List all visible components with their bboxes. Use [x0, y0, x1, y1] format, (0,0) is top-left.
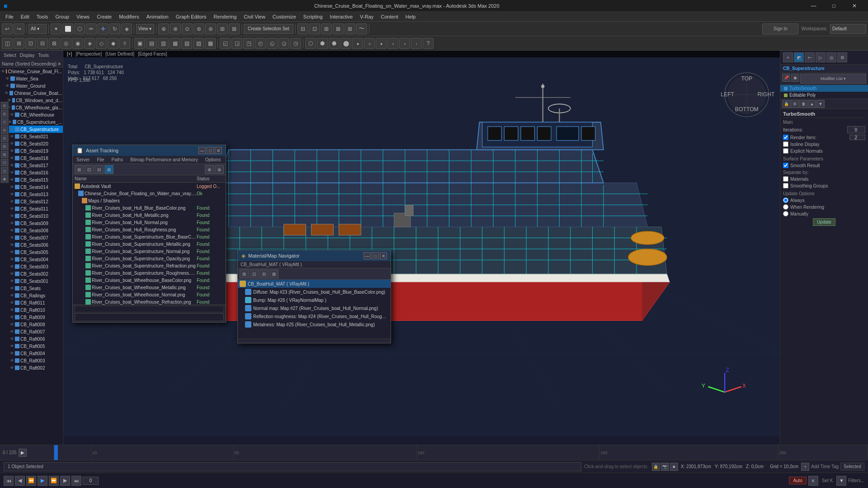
- visibility-icon[interactable]: 👁: [10, 156, 14, 160]
- close-button[interactable]: ✕: [844, 0, 864, 12]
- visibility-icon[interactable]: 👁: [10, 264, 14, 269]
- editable-poly-modifier-item[interactable]: Editable Poly: [780, 92, 868, 99]
- tree-item[interactable]: 👁CB_Raft003: [0, 357, 63, 364]
- paint-select-button[interactable]: ✏: [86, 23, 97, 34]
- viewport-render-btn[interactable]: 📷: [661, 463, 669, 471]
- visibility-icon[interactable]: 👁: [10, 149, 14, 153]
- mat-minimize-btn[interactable]: —: [363, 252, 371, 259]
- minimize-button[interactable]: —: [803, 0, 824, 12]
- tb2-27[interactable]: ⬢: [317, 38, 328, 49]
- mat-dialog-titlebar[interactable]: ◈ Material/Map Navigator — □ ✕: [238, 250, 391, 261]
- tb2-8[interactable]: ◈: [84, 38, 95, 49]
- tb2-7[interactable]: ◉: [72, 38, 83, 49]
- mini-btn-4[interactable]: ⊛: [1, 127, 8, 134]
- mat-row[interactable]: Metalness: Map #25 (River_Cruises_boat_H…: [238, 320, 391, 328]
- tb2-3[interactable]: ⊡: [25, 38, 36, 49]
- tb2-33[interactable]: ⬨: [387, 38, 398, 49]
- asset-menu-bitmap[interactable]: Bitmap Performance and Memory: [127, 156, 202, 164]
- visibility-icon[interactable]: 👁: [5, 76, 9, 81]
- hierarchy-panel-btn[interactable]: ⊢: [805, 52, 815, 62]
- tb2-29[interactable]: ⬤: [340, 38, 351, 49]
- tree-item[interactable]: 👁CB_Seats002: [0, 270, 63, 277]
- render-iters-checkbox[interactable]: [783, 135, 788, 140]
- mini-btn-6[interactable]: ⊞: [1, 143, 8, 150]
- visibility-icon[interactable]: 👁: [10, 228, 14, 233]
- menu-item-customize[interactable]: Customize: [269, 12, 300, 22]
- asset-menu-file[interactable]: File: [93, 156, 108, 164]
- tree-item[interactable]: 👁CB_Raft007: [0, 328, 63, 335]
- mat-row[interactable]: Diffuse: Map #23 (River_Cruises_boat_Hul…: [238, 288, 391, 296]
- tb-array-btn[interactable]: ⊞: [321, 23, 332, 34]
- when-rendering-radio[interactable]: [783, 204, 788, 210]
- lock-selection-btn[interactable]: 🔒: [782, 100, 790, 108]
- move-down-modifier-btn[interactable]: ▼: [816, 100, 825, 108]
- tb2-20[interactable]: ◲: [231, 38, 242, 49]
- mini-btn-7[interactable]: ⊠: [1, 151, 8, 158]
- tb-btn-1[interactable]: ⊕: [158, 23, 169, 34]
- viewport-user-defined[interactable]: [User Defined]: [105, 52, 134, 56]
- scene-tree[interactable]: 👁Chinese_Cruise_Boat_Fl...👁Water_Sea👁Wat…: [0, 68, 63, 447]
- tb-btn-7[interactable]: ⊠: [229, 23, 240, 34]
- tree-item[interactable]: 👁Chinese_Cruise_Boat...: [0, 89, 63, 97]
- visibility-icon[interactable]: 👁: [10, 185, 14, 189]
- pin-modifier-btn[interactable]: 📌: [782, 74, 790, 82]
- render-iters-input[interactable]: [849, 135, 865, 140]
- tree-item[interactable]: 👁CB_Seats009: [0, 220, 63, 227]
- tb2-15[interactable]: ▦: [170, 38, 180, 49]
- menu-item-tools[interactable]: Tools: [33, 12, 52, 22]
- tb2-30[interactable]: ⬥: [352, 38, 363, 49]
- auto-key-btn[interactable]: Auto: [789, 477, 807, 484]
- lasso-select-button[interactable]: ⬡: [74, 23, 85, 34]
- tree-item[interactable]: 👁CB_Railings: [0, 292, 63, 299]
- tb2-12[interactable]: ▣: [134, 38, 145, 49]
- tree-item[interactable]: 👁CB_Seats008: [0, 227, 63, 234]
- visibility-icon[interactable]: 👁: [10, 250, 14, 254]
- undo-button[interactable]: ↩: [2, 23, 13, 34]
- asset-row[interactable]: River_Cruises_boat_Superstructure_Blue_B…: [73, 233, 226, 240]
- tree-item[interactable]: 👁CB_Seats012: [0, 198, 63, 205]
- asset-menu-paths[interactable]: Paths: [108, 156, 127, 164]
- tb-snap-btn[interactable]: ⊠: [333, 23, 344, 34]
- asset-row[interactable]: River_Cruises_boat_Superstructure_Normal…: [73, 248, 226, 255]
- visibility-icon[interactable]: 👁: [10, 113, 14, 117]
- asset-maximize-btn[interactable]: □: [207, 147, 214, 154]
- visibility-icon[interactable]: 👁: [10, 344, 14, 348]
- configure-modifier-btn[interactable]: ⚙: [791, 100, 799, 108]
- menu-item-group[interactable]: Group: [52, 12, 73, 22]
- tb-btn-6[interactable]: ⊞: [217, 23, 228, 34]
- visibility-icon[interactable]: 👁: [1, 69, 5, 74]
- mat-tb-4[interactable]: ⊠: [269, 269, 278, 278]
- modify-panel-btn[interactable]: ◩: [794, 52, 804, 62]
- tb2-5[interactable]: ⊠: [49, 38, 60, 49]
- add-time-tag-btn[interactable]: +: [801, 463, 809, 471]
- tree-item[interactable]: 👁Chinese_Cruise_Boat_Fl...: [0, 68, 63, 75]
- move-up-modifier-btn[interactable]: ▲: [808, 100, 816, 108]
- prev-key-btn[interactable]: ⏪: [26, 476, 36, 486]
- asset-row[interactable]: Chinese_Cruise_Boat_Floating_on_Water_ma…: [73, 190, 226, 197]
- tb2-10[interactable]: ◆: [108, 38, 118, 49]
- go-end-btn[interactable]: ⏭: [71, 476, 81, 486]
- asset-row[interactable]: River_Cruises_boat_Hull_Metallic.pngFoun…: [73, 211, 226, 219]
- smoothing-groups-checkbox[interactable]: [783, 183, 788, 188]
- asset-tb-2[interactable]: ⊡: [85, 165, 94, 174]
- menu-item-interactive[interactable]: Interactive: [326, 12, 357, 22]
- menu-item-vray[interactable]: V-Ray: [356, 12, 377, 22]
- tree-item[interactable]: 👁CB_Seats017: [0, 162, 63, 169]
- visibility-icon[interactable]: 👁: [10, 178, 14, 182]
- mod-list-dropdown[interactable]: Modifier List ▾: [800, 74, 866, 84]
- prev-frame-btn[interactable]: ◀: [15, 476, 25, 486]
- visibility-icon[interactable]: 👁: [10, 329, 14, 334]
- scene-display-button[interactable]: Display: [18, 53, 37, 58]
- tb2-35[interactable]: ⬪: [411, 38, 422, 49]
- menu-item-modifiers[interactable]: Modifiers: [115, 12, 143, 22]
- tree-item[interactable]: 👁CB_Raft009: [0, 314, 63, 321]
- select-scale-button[interactable]: ◈: [121, 23, 132, 34]
- visibility-icon[interactable]: 👁: [10, 300, 14, 305]
- manually-radio[interactable]: [783, 211, 788, 216]
- visibility-icon[interactable]: 👁: [10, 235, 14, 240]
- tb2-16[interactable]: ▧: [181, 38, 192, 49]
- mat-row[interactable]: CB_BoatHull_MAT ( VRayMtl ): [238, 280, 391, 288]
- mini-btn-1[interactable]: ⊕: [1, 102, 8, 109]
- tree-item[interactable]: 👁CB_Raft002: [0, 364, 63, 371]
- timeline-track[interactable]: 10 50 100 150 200: [54, 445, 868, 460]
